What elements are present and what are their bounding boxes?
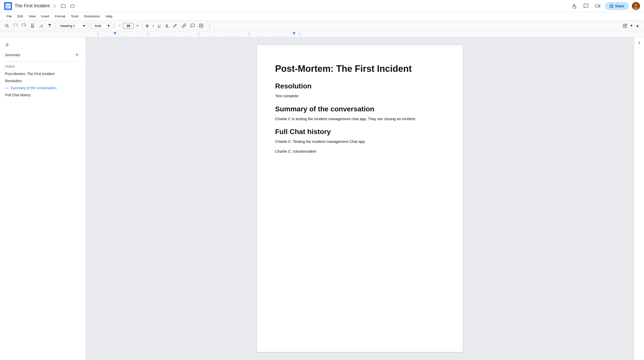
- text-color-btn[interactable]: [163, 22, 171, 29]
- outline-item-0[interactable]: Post-Mortem: The First Incident: [0, 70, 85, 77]
- right-panel: [634, 37, 644, 360]
- bold-btn[interactable]: B: [144, 22, 150, 29]
- summary-label: Summary: [5, 53, 20, 57]
- edit-dropdown-arrow[interactable]: ▼: [630, 24, 633, 27]
- menu-bar: File Edit View Insert Format Tools Exten…: [0, 12, 644, 20]
- sep-1: [55, 23, 56, 29]
- spellcheck-btn[interactable]: [37, 22, 45, 29]
- share-button[interactable]: Share: [605, 2, 629, 10]
- ruler: 1 2 3 4 5: [0, 31, 644, 37]
- link-btn[interactable]: [180, 22, 188, 29]
- dropdown-arrow: ▼: [82, 24, 86, 28]
- menu-edit[interactable]: Edit: [15, 13, 25, 19]
- svg-point-15: [200, 25, 201, 25]
- sidebar-divider: [5, 61, 80, 62]
- svg-point-8: [634, 4, 637, 7]
- svg-rect-5: [595, 5, 599, 7]
- svg-text:2: 2: [147, 32, 149, 35]
- font-size-input[interactable]: 20: [125, 24, 132, 28]
- section-2-heading: Full Chat history: [275, 128, 445, 136]
- ruler-svg: 1 2 3 4 5: [0, 31, 644, 37]
- more-btn[interactable]: ⋮: [206, 22, 213, 29]
- undo-btn[interactable]: [12, 22, 19, 29]
- menu-extensions[interactable]: Extensions: [81, 13, 103, 19]
- outline-item-2[interactable]: Summary of the conversation: [0, 84, 85, 91]
- svg-rect-6: [610, 6, 613, 8]
- svg-text:5: 5: [299, 32, 300, 35]
- avatar[interactable]: [632, 2, 640, 10]
- svg-text:1: 1: [97, 32, 98, 35]
- section-2-line-1: Charlie C: /closeIncident: [275, 149, 445, 154]
- svg-text:4: 4: [248, 32, 249, 35]
- doc-icon: [4, 2, 12, 10]
- top-right-actions: Share: [570, 2, 640, 10]
- comments-icon[interactable]: [582, 2, 590, 10]
- toolbar: Heading 1 ▼ Arial ▼ − 20 + B I U ⋮ ▼ ▲: [0, 20, 644, 31]
- svg-rect-13: [165, 27, 168, 28]
- underline-btn[interactable]: U: [156, 22, 162, 29]
- font-decrease-btn[interactable]: −: [117, 22, 122, 29]
- font-increase-btn[interactable]: +: [135, 22, 140, 29]
- cloud-icon[interactable]: [69, 3, 76, 10]
- menu-help[interactable]: Help: [103, 13, 115, 19]
- svg-rect-4: [6, 7, 9, 8]
- menu-insert[interactable]: Insert: [39, 13, 52, 19]
- page-area: Post-Mortem: The First Incident Resoluti…: [86, 37, 634, 360]
- svg-rect-16: [0, 31, 644, 37]
- main-layout: Summary + Outline Post-Mortem: The First…: [0, 37, 644, 360]
- back-button[interactable]: [0, 40, 85, 49]
- highlight-btn[interactable]: [172, 22, 179, 29]
- section-0-heading: Resolution: [275, 82, 445, 90]
- redo-btn[interactable]: [20, 22, 28, 29]
- comment-btn[interactable]: [189, 22, 196, 29]
- font-arrow: ▼: [107, 24, 110, 28]
- history-icon[interactable]: [570, 2, 579, 10]
- folder-icon[interactable]: [60, 3, 67, 10]
- sidebar: Summary + Outline Post-Mortem: The First…: [0, 37, 86, 360]
- svg-text:3: 3: [198, 32, 199, 35]
- sep-2: [90, 23, 90, 29]
- menu-view[interactable]: View: [26, 13, 38, 19]
- outline-label: Outline: [0, 64, 85, 70]
- font-size-box[interactable]: 20: [123, 23, 134, 29]
- image-btn[interactable]: [197, 22, 205, 29]
- collapse-right-btn[interactable]: [635, 39, 643, 46]
- svg-rect-2: [6, 5, 10, 6]
- style-dropdown[interactable]: Heading 1 ▼: [58, 23, 88, 29]
- outline-item-1[interactable]: Resolution: [0, 77, 85, 84]
- paintformat-btn[interactable]: [46, 22, 53, 29]
- section-2-line-0: Charlie C: Testing the incident manageme…: [275, 139, 445, 145]
- video-icon[interactable]: [593, 2, 602, 10]
- title-bar: The First Incident ☆ Share: [0, 0, 644, 12]
- collapse-toolbar-btn[interactable]: ▲: [634, 22, 641, 29]
- search-toolbar-btn[interactable]: [3, 22, 11, 29]
- italic-btn[interactable]: I: [151, 22, 155, 29]
- summary-row: Summary +: [0, 49, 85, 59]
- section-0-body: Test complete: [275, 93, 445, 99]
- font-dropdown[interactable]: Arial ▼: [92, 23, 112, 29]
- svg-rect-3: [6, 6, 10, 7]
- print-btn[interactable]: [29, 22, 36, 29]
- edit-mode-btn[interactable]: [621, 22, 629, 29]
- menu-format[interactable]: Format: [52, 13, 68, 19]
- doc-title: The First Incident: [15, 3, 50, 9]
- menu-tools[interactable]: Tools: [68, 13, 81, 19]
- document-title: Post-Mortem: The First Incident: [275, 63, 445, 74]
- sep-4: [142, 23, 142, 29]
- menu-file[interactable]: File: [4, 13, 14, 19]
- svg-rect-11: [32, 26, 34, 28]
- add-summary-btn[interactable]: +: [73, 51, 80, 58]
- svg-rect-12: [34, 26, 34, 26]
- section-1-heading: Summary of the conversation: [275, 105, 445, 113]
- section-1-body: Charlie C is testing the incident manage…: [275, 116, 445, 122]
- title-icons: ☆: [52, 2, 76, 10]
- document-page: Post-Mortem: The First Incident Resoluti…: [257, 45, 463, 352]
- star-icon[interactable]: ☆: [52, 2, 58, 10]
- sep-3: [114, 23, 115, 29]
- outline-item-3[interactable]: Full Chat history: [0, 91, 85, 99]
